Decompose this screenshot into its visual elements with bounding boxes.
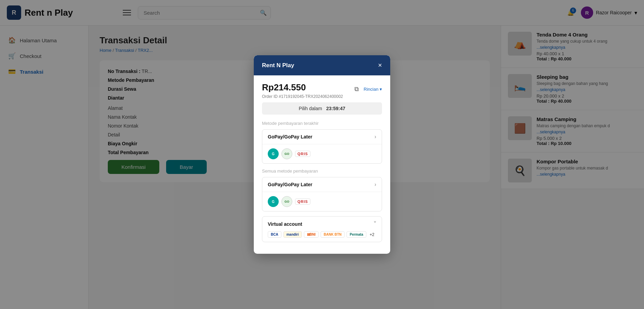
modal-title: Rent N Play xyxy=(262,62,294,69)
bca-logo: BCA xyxy=(268,231,281,238)
payment-amount: Rp214.550 xyxy=(262,82,306,93)
modal-body: Rp214.550 ⧉ Rincian ▾ Order ID #17191920… xyxy=(254,75,390,254)
last-payment-label: Metode pembayaran terakhir xyxy=(262,121,382,126)
gopay-label-all: GoPay/GoPay Later xyxy=(268,182,312,187)
bank-btn-logo: BANK BTN xyxy=(321,231,345,238)
gopay-logos-last: G GO QRIS xyxy=(262,144,382,163)
modal-overlay[interactable]: Rent N Play × Rp214.550 ⧉ Rincian ▾ Orde… xyxy=(0,0,644,309)
qris-badge-2: QRIS xyxy=(295,198,310,205)
gopay-label-last: GoPay/GoPay Later xyxy=(268,134,312,139)
banks-extra: +2 xyxy=(370,232,375,237)
chevron-down-icon: ˅ xyxy=(374,221,376,227)
bni-logo: ⊠BNI xyxy=(304,231,319,238)
payment-modal: Rent N Play × Rp214.550 ⧉ Rincian ▾ Orde… xyxy=(254,55,390,254)
timer-bar: Pilih dalam 23:59:47 xyxy=(262,102,382,115)
virtual-label: Virtual account xyxy=(268,221,302,227)
virtual-account-group: Virtual account ˅ BCA mandiri ⊠BNI BANK … xyxy=(262,216,382,242)
gopay-group-last: GoPay/GoPay Later › G GO QRIS xyxy=(262,129,382,164)
gopay-group-all: GoPay/GoPay Later › G GO QRIS xyxy=(262,177,382,211)
gopay-icon-2: G xyxy=(268,196,279,207)
gofinance-icon-2: GO xyxy=(281,196,292,207)
chevron-right-icon-2: › xyxy=(375,181,376,188)
modal-header: Rent N Play × xyxy=(254,55,390,75)
gopay-header-all[interactable]: GoPay/GoPay Later › xyxy=(262,177,382,192)
virtual-header[interactable]: Virtual account ˅ xyxy=(262,217,382,231)
rincian-button[interactable]: Rincian ▾ xyxy=(364,87,382,92)
modal-close-button[interactable]: × xyxy=(378,61,382,69)
timer-prefix: Pilih dalam xyxy=(299,106,322,111)
mandiri-logo: mandiri xyxy=(283,231,302,238)
gofinance-icon-1: GO xyxy=(281,148,292,159)
amount-actions: ⧉ Rincian ▾ xyxy=(354,86,382,93)
gopay-header-last[interactable]: GoPay/GoPay Later › xyxy=(262,130,382,144)
amount-row: Rp214.550 ⧉ Rincian ▾ xyxy=(262,82,382,93)
all-payment-label: Semua metode pembayaran xyxy=(262,168,382,174)
timer-value: 23:59:47 xyxy=(326,106,345,111)
gopay-icon-1: G xyxy=(268,148,279,159)
qris-badge-1: QRIS xyxy=(295,151,310,157)
permata-logo: Permata xyxy=(347,231,366,238)
order-id: Order ID #1719192045-TRX2024062400002 xyxy=(262,94,382,99)
gopay-logos-all: G GO QRIS xyxy=(262,192,382,211)
virtual-logos: BCA mandiri ⊠BNI BANK BTN Permata +2 xyxy=(262,231,382,242)
chevron-right-icon-1: › xyxy=(375,134,376,140)
copy-icon[interactable]: ⧉ xyxy=(354,86,359,93)
